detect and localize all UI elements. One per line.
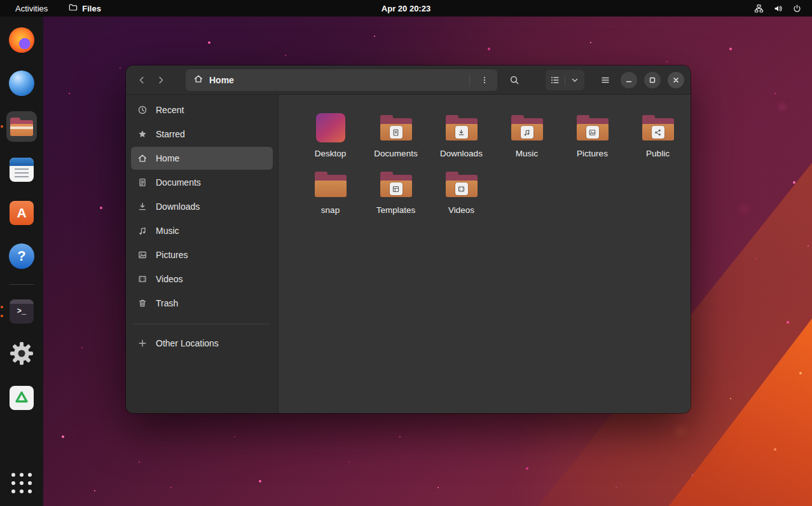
minimize-button[interactable] bbox=[621, 72, 637, 88]
file-label: Downloads bbox=[440, 149, 483, 158]
back-button[interactable] bbox=[132, 71, 151, 90]
app-menu-button[interactable]: Files bbox=[68, 3, 101, 14]
maximize-button[interactable] bbox=[644, 72, 661, 88]
file-item-desktop[interactable]: Desktop bbox=[298, 111, 363, 168]
file-label: Templates bbox=[376, 205, 416, 215]
clock-button[interactable]: Apr 20 20:23 bbox=[382, 4, 430, 13]
view-options-button[interactable] bbox=[565, 70, 584, 90]
running-indicator-dot bbox=[1, 315, 3, 317]
file-browser-content: Desktop bbox=[279, 95, 691, 413]
recent-clock-icon bbox=[137, 105, 148, 115]
file-label: Music bbox=[516, 149, 538, 158]
location-menu-button[interactable] bbox=[476, 71, 493, 89]
window-controls bbox=[621, 72, 684, 88]
home-icon bbox=[137, 153, 148, 163]
sidebar-item-starred[interactable]: Starred bbox=[131, 123, 273, 146]
list-view-button[interactable] bbox=[546, 70, 565, 90]
file-item-documents[interactable]: Documents bbox=[363, 111, 429, 168]
sidebar-item-documents[interactable]: Documents bbox=[131, 171, 273, 194]
power-icon bbox=[792, 4, 802, 13]
dock-item-firefox[interactable] bbox=[6, 25, 37, 55]
forward-button[interactable] bbox=[151, 71, 170, 90]
folder-icon bbox=[577, 115, 609, 140]
current-location-label: Home bbox=[209, 75, 234, 85]
sidebar-item-label: Home bbox=[156, 153, 179, 163]
file-label: Desktop bbox=[315, 149, 347, 158]
top-bar: Activities Files Apr 20 20:23 bbox=[0, 0, 812, 17]
firefox-icon bbox=[9, 27, 34, 53]
chevron-right-icon bbox=[156, 75, 166, 85]
libreoffice-writer-icon bbox=[10, 158, 34, 182]
file-label: Public bbox=[646, 149, 670, 158]
sidebar-item-home[interactable]: Home bbox=[131, 147, 273, 170]
sidebar-item-label: Trash bbox=[156, 298, 178, 308]
file-item-templates[interactable]: Templates bbox=[363, 168, 429, 224]
folder-icon bbox=[642, 115, 674, 140]
dock-item-software-updater[interactable] bbox=[6, 383, 37, 413]
sidebar-item-other-locations[interactable]: Other Locations bbox=[131, 332, 273, 355]
sidebar-separator bbox=[134, 324, 270, 324]
dock: A ? >_ bbox=[0, 17, 43, 506]
folder-icon bbox=[380, 115, 412, 140]
file-item-downloads[interactable]: Downloads bbox=[429, 111, 494, 168]
sidebar-item-label: Music bbox=[156, 226, 179, 236]
file-item-videos[interactable]: Videos bbox=[429, 168, 494, 224]
chevron-left-icon bbox=[137, 75, 147, 85]
download-emblem-icon bbox=[455, 126, 468, 139]
search-button[interactable] bbox=[505, 71, 524, 90]
close-button[interactable] bbox=[668, 72, 684, 88]
sidebar-item-pictures[interactable]: Pictures bbox=[131, 243, 273, 266]
sidebar-item-label: Videos bbox=[156, 274, 183, 284]
folder-icon bbox=[380, 172, 412, 197]
dock-item-thunderbird[interactable] bbox=[6, 68, 37, 99]
file-item-music[interactable]: Music bbox=[494, 111, 560, 168]
picture-emblem-icon bbox=[586, 126, 599, 139]
sidebar: Recent Starred Home bbox=[126, 95, 279, 413]
software-updater-icon bbox=[10, 386, 34, 410]
minimize-icon bbox=[625, 76, 633, 84]
dock-item-files[interactable] bbox=[6, 111, 37, 142]
activities-button[interactable]: Activities bbox=[11, 3, 52, 15]
folder-icon bbox=[315, 172, 347, 197]
file-label: snap bbox=[321, 205, 340, 215]
ubuntu-software-icon: A bbox=[10, 201, 34, 225]
document-emblem-icon bbox=[390, 126, 403, 139]
show-applications-icon bbox=[11, 473, 32, 493]
plus-icon bbox=[137, 338, 148, 348]
main-menu-button[interactable] bbox=[596, 71, 615, 90]
sidebar-item-label: Downloads bbox=[156, 202, 200, 212]
search-icon bbox=[509, 75, 520, 85]
music-emblem-icon bbox=[521, 126, 533, 139]
folder-icon bbox=[446, 115, 478, 140]
sidebar-item-label: Starred bbox=[156, 129, 185, 139]
running-indicator-dot bbox=[1, 125, 3, 128]
file-item-public[interactable]: Public bbox=[625, 111, 691, 168]
dock-item-libreoffice-writer[interactable] bbox=[6, 154, 37, 185]
dock-item-settings[interactable] bbox=[6, 339, 37, 370]
dock-item-show-applications[interactable] bbox=[6, 468, 37, 498]
path-bar[interactable]: Home bbox=[186, 69, 497, 91]
files-window: Home bbox=[126, 65, 691, 413]
volume-icon bbox=[773, 4, 783, 13]
thunderbird-icon bbox=[9, 71, 34, 96]
file-item-snap[interactable]: snap bbox=[298, 168, 363, 224]
dock-item-terminal[interactable]: >_ bbox=[6, 296, 37, 327]
document-icon bbox=[137, 177, 148, 188]
sidebar-item-recent[interactable]: Recent bbox=[131, 99, 273, 121]
running-indicator-dot bbox=[1, 306, 3, 308]
star-icon bbox=[137, 129, 148, 139]
folder-icon bbox=[511, 115, 543, 140]
system-tray[interactable] bbox=[754, 4, 812, 13]
dock-item-help[interactable]: ? bbox=[6, 241, 37, 271]
sidebar-item-music[interactable]: Music bbox=[131, 219, 273, 242]
terminal-icon: >_ bbox=[10, 299, 34, 324]
pathbar-separator bbox=[469, 74, 470, 86]
file-item-pictures[interactable]: Pictures bbox=[560, 111, 625, 168]
home-icon bbox=[193, 74, 203, 86]
sidebar-item-downloads[interactable]: Downloads bbox=[131, 195, 273, 218]
sidebar-item-videos[interactable]: Videos bbox=[131, 268, 273, 291]
hamburger-menu-icon bbox=[600, 75, 610, 85]
dock-item-ubuntu-software[interactable]: A bbox=[6, 198, 37, 228]
wallpaper-glows bbox=[43, 17, 46, 19]
sidebar-item-trash[interactable]: Trash bbox=[131, 292, 273, 315]
